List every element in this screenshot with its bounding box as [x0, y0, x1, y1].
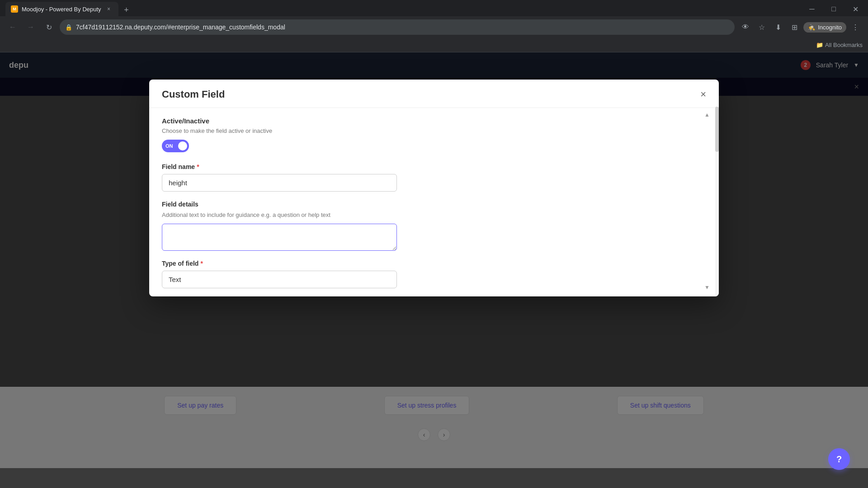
incognito-icon: 🕵	[808, 24, 815, 31]
address-bar[interactable]: 🔒 7cf47d19112152.na.deputy.com/#enterpri…	[60, 19, 735, 35]
eyeslash-icon[interactable]: 👁	[738, 20, 753, 34]
active-inactive-section: Active/Inactive Choose to make the field…	[162, 117, 706, 152]
modal-body: Active/Inactive Choose to make the field…	[149, 108, 719, 296]
tabs-bar: M Moodjoy - Powered By Deputy × + ─ □ ✕	[0, 0, 868, 16]
bookmarks-bar: 📁 All Bookmarks	[0, 38, 868, 52]
field-details-textarea[interactable]	[162, 224, 397, 251]
toolbar-icons: 👁 ☆ ⬇ ⊞ 🕵 Incognito ⋮	[738, 20, 863, 34]
active-tab[interactable]: M Moodjoy - Powered By Deputy ×	[5, 2, 118, 16]
lock-icon: 🔒	[65, 24, 72, 31]
extensions-icon[interactable]: ⊞	[787, 20, 802, 34]
type-of-field-input[interactable]	[162, 271, 397, 288]
modal-header: Custom Field ×	[149, 80, 719, 108]
reload-button[interactable]: ↻	[42, 20, 56, 34]
more-menu-button[interactable]: ⋮	[848, 20, 863, 34]
tab-close-button[interactable]: ×	[105, 5, 113, 13]
close-window-button[interactable]: ✕	[848, 2, 863, 16]
browser-chrome: M Moodjoy - Powered By Deputy × + ─ □ ✕ …	[0, 0, 868, 52]
page-background: depu 2 Sarah Tyler ▼ 15 days remaining o…	[0, 52, 868, 468]
field-name-section: Field name *	[162, 163, 706, 192]
url-text: 7cf47d19112152.na.deputy.com/#enterprise…	[76, 23, 285, 31]
toggle-thumb	[178, 141, 187, 150]
incognito-badge: 🕵 Incognito	[803, 22, 846, 33]
custom-field-modal: Custom Field × ▲ Active/Inactive Choose …	[149, 80, 719, 296]
active-inactive-title: Active/Inactive	[162, 117, 706, 125]
help-button[interactable]: ?	[828, 448, 850, 470]
modal-title: Custom Field	[162, 89, 225, 100]
type-of-field-dropdown-wrapper	[162, 271, 397, 288]
field-details-description: Additional text to include for guidance …	[162, 211, 706, 218]
maximize-button[interactable]: □	[826, 2, 841, 16]
field-name-input[interactable]	[162, 174, 397, 192]
download-icon[interactable]: ⬇	[771, 20, 785, 34]
browser-toolbar: ← → ↻ 🔒 7cf47d19112152.na.deputy.com/#en…	[0, 16, 868, 38]
modal-scrollbar-thumb[interactable]	[715, 107, 719, 152]
type-of-field-label: Type of field *	[162, 260, 706, 267]
scroll-down-button[interactable]: ▼	[703, 283, 712, 292]
modal-overlay: Custom Field × ▲ Active/Inactive Choose …	[0, 52, 868, 468]
active-inactive-description: Choose to make the field active or inact…	[162, 127, 706, 134]
folder-icon: 📁	[816, 42, 823, 48]
tab-title: Moodjoy - Powered By Deputy	[22, 6, 101, 13]
field-name-label: Field name *	[162, 163, 706, 170]
back-button[interactable]: ←	[5, 20, 20, 34]
type-of-field-section: Type of field *	[162, 260, 706, 288]
field-name-required-star: *	[197, 163, 199, 170]
toggle-on-label: ON	[165, 143, 173, 149]
field-details-section: Field details Additional text to include…	[162, 201, 706, 251]
field-details-label: Field details	[162, 201, 706, 208]
forward-button[interactable]: →	[24, 20, 38, 34]
star-icon[interactable]: ☆	[755, 20, 769, 34]
tab-favicon: M	[11, 5, 18, 13]
minimize-button[interactable]: ─	[805, 2, 819, 16]
toggle-container: ON	[162, 140, 706, 152]
modal-scrollbar-track	[715, 107, 719, 296]
new-tab-button[interactable]: +	[120, 4, 133, 16]
active-toggle[interactable]: ON	[162, 140, 189, 152]
type-of-field-required-star: *	[200, 260, 203, 267]
modal-close-button[interactable]: ×	[700, 89, 706, 99]
all-bookmarks-button[interactable]: 📁 All Bookmarks	[816, 42, 863, 48]
